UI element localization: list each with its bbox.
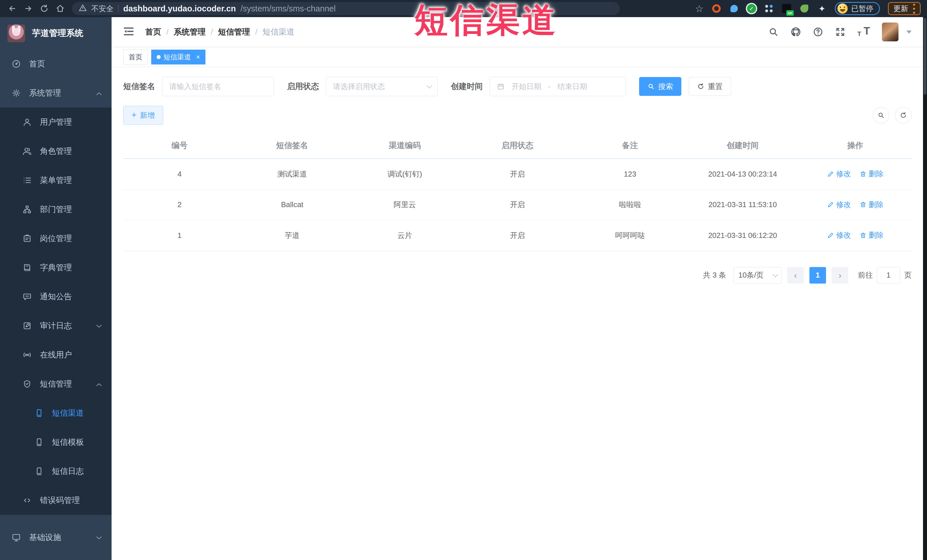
sidebar-logo-row[interactable]: 芋道管理系统 <box>0 17 112 49</box>
reload-icon[interactable] <box>37 2 52 16</box>
status-select[interactable]: 请选择启用状态 <box>326 77 438 96</box>
add-button-label: 新增 <box>140 111 155 120</box>
collapse-menu-icon[interactable] <box>123 27 134 37</box>
time-label: 创建时间 <box>451 81 483 92</box>
tag-home[interactable]: 首页 <box>123 50 148 64</box>
sidebar-item-system-management[interactable]: 系统管理 <box>0 79 112 108</box>
sidebar-item-home[interactable]: 首页 <box>0 49 112 79</box>
sidebar-item-sms-management[interactable]: 短信管理 <box>0 369 112 399</box>
sidebar-item-error-code[interactable]: 错误码管理 <box>0 486 112 515</box>
fullscreen-icon[interactable] <box>835 27 845 37</box>
sidebar-item-dict-management[interactable]: 字典管理 <box>0 253 112 282</box>
sidebar-item-user-management[interactable]: 用户管理 <box>0 108 112 137</box>
breadcrumb-system[interactable]: 系统管理 <box>174 27 206 37</box>
message-bubble-icon <box>22 292 32 301</box>
extension-on-badge-icon[interactable]: on <box>782 4 792 14</box>
delete-link[interactable]: 删除 <box>860 200 884 210</box>
address-bar[interactable]: 不安全 dashboard.yudao.iocoder.cn/system/sm… <box>72 2 620 15</box>
cell-created: 2021-03-31 11:53:10 <box>687 190 799 220</box>
phone-icon <box>34 467 44 476</box>
browser-scrollbar[interactable] <box>923 17 927 560</box>
goto-page-input[interactable] <box>877 267 900 284</box>
table-tools <box>873 107 912 123</box>
monitor-icon <box>11 533 21 542</box>
delete-link[interactable]: 删除 <box>860 230 884 240</box>
back-icon[interactable] <box>5 2 20 16</box>
page-1-button[interactable]: 1 <box>810 267 826 284</box>
close-icon[interactable] <box>196 54 200 61</box>
date-range-picker[interactable]: 开始日期 - 结束日期 <box>489 77 626 96</box>
edit-link[interactable]: 修改 <box>827 200 851 210</box>
sidebar-item-infrastructure[interactable]: 基础设施 <box>0 515 112 560</box>
edit-label: 修改 <box>836 200 851 210</box>
sidebar-item-sms-log[interactable]: 短信日志 <box>0 457 112 486</box>
dashboard-icon <box>11 59 21 68</box>
cell-created: 2021-04-13 00:23:14 <box>687 159 799 190</box>
date-start-placeholder[interactable]: 开始日期 <box>512 82 541 91</box>
org-tree-icon <box>22 205 32 214</box>
edit-pencil-icon <box>827 171 834 178</box>
breadcrumb-home[interactable]: 首页 <box>145 27 161 37</box>
breadcrumb-sms[interactable]: 短信管理 <box>218 27 250 37</box>
next-page-button[interactable]: › <box>832 267 848 284</box>
security-label[interactable]: 不安全 <box>91 4 114 14</box>
extension-puzzle-icon[interactable]: ✦ <box>817 4 827 14</box>
tag-label: 短信渠道 <box>164 53 191 62</box>
search-button[interactable]: 搜索 <box>639 77 681 96</box>
sidebar-item-online-users[interactable]: 在线用户 <box>0 340 112 369</box>
sidebar-item-menu-management[interactable]: 菜单管理 <box>0 166 112 195</box>
delete-link[interactable]: 删除 <box>860 169 884 179</box>
cell-actions: 修改删除 <box>799 159 912 190</box>
search-icon[interactable] <box>768 27 779 37</box>
help-icon[interactable] <box>813 27 823 37</box>
tag-sms-channel[interactable]: 短信渠道 <box>151 50 205 64</box>
sidebar-item-notice[interactable]: 通知公告 <box>0 282 112 311</box>
forward-icon[interactable] <box>21 2 35 16</box>
sidebar-item-sms-template[interactable]: 短信模板 <box>0 428 112 457</box>
bookmark-star-icon[interactable]: ☆ <box>695 3 703 14</box>
cell-id: 4 <box>123 159 236 190</box>
extension-pin-icon[interactable] <box>729 4 739 14</box>
font-size-icon[interactable] <box>857 27 870 37</box>
prev-page-button[interactable]: ‹ <box>787 267 804 284</box>
sign-input[interactable] <box>162 77 274 96</box>
search-icon <box>877 112 885 119</box>
cell-remark: 呵呵呵哒 <box>574 220 687 251</box>
avatar-caret-icon[interactable] <box>906 30 912 34</box>
browser-menu-icon[interactable]: ••• <box>913 3 915 15</box>
url-host[interactable]: dashboard.yudao.iocoder.cn <box>123 4 236 14</box>
profile-paused-pill[interactable]: 已暂停 <box>835 2 880 15</box>
toggle-search-button[interactable] <box>873 107 889 123</box>
sidebar-item-audit-log[interactable]: 审计日志 <box>0 311 112 340</box>
github-icon[interactable] <box>790 27 801 37</box>
extension-orange-icon[interactable] <box>711 4 721 14</box>
date-end-placeholder[interactable]: 结束日期 <box>558 82 587 91</box>
edit-link[interactable]: 修改 <box>827 230 851 240</box>
sidebar-item-role-management[interactable]: 角色管理 <box>0 137 112 166</box>
sidebar-item-dept-management[interactable]: 部门管理 <box>0 195 112 224</box>
sms-channel-table: 编号 短信签名 渠道编码 启用状态 备注 创建时间 操作 4 测试渠道 <box>123 132 912 251</box>
url-path[interactable]: /system/sms/sms-channel <box>240 4 336 14</box>
add-button[interactable]: 新增 <box>123 106 163 124</box>
extension-check-icon[interactable]: ✓ <box>747 4 756 13</box>
sidebar-item-label: 在线用户 <box>40 349 72 360</box>
cell-sign: 测试渠道 <box>236 159 349 190</box>
sidebar-item-label: 短信管理 <box>40 379 72 389</box>
extension-grid-icon[interactable] <box>764 4 774 14</box>
signal-icon <box>22 350 32 360</box>
scrollbar-thumb[interactable] <box>924 18 926 95</box>
edit-link[interactable]: 修改 <box>827 169 851 179</box>
app-navbar: 首页 / 系统管理 / 短信管理 / 短信渠道 <box>112 17 923 47</box>
user-avatar[interactable] <box>882 23 898 41</box>
cell-sign: 芋道 <box>236 220 349 251</box>
extension-sprout-icon[interactable] <box>799 4 809 14</box>
reset-button[interactable]: 重置 <box>689 77 731 96</box>
home-icon[interactable] <box>53 2 67 16</box>
page-size-select[interactable]: 10条/页 <box>734 267 781 284</box>
refresh-table-button[interactable] <box>895 107 912 123</box>
browser-update-button[interactable]: 更新 ••• <box>888 2 921 15</box>
sidebar-item-sms-channel[interactable]: 短信渠道 <box>0 399 112 428</box>
table-toolbar: 新增 <box>123 106 912 124</box>
sidebar-item-post-management[interactable]: 岗位管理 <box>0 224 112 253</box>
sidebar-item-label: 部门管理 <box>40 204 72 215</box>
